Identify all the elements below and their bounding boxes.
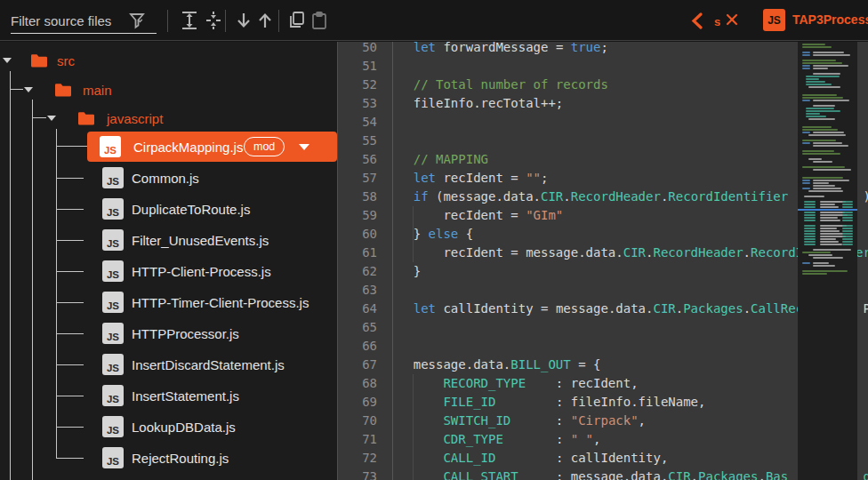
code-line[interactable]: 73 CALL_START : message.data.CIR.Package…	[338, 468, 868, 480]
code-line[interactable]: 63	[338, 281, 868, 300]
code-line[interactable]: 70 SWITCH_ID : "Cirpack",	[338, 412, 868, 430]
arrow-down-icon[interactable]	[234, 11, 253, 30]
code-line[interactable]: 72 CALL_ID : callIdentity,	[338, 449, 868, 468]
minimap-line	[813, 249, 851, 251]
minimap-line	[808, 190, 843, 192]
minimap-line	[842, 225, 853, 227]
minimap-line	[808, 86, 840, 88]
file-actions-caret-icon[interactable]	[299, 144, 309, 150]
code-line[interactable]: 61 recIdent = message.data.CIR.RecordHea…	[338, 244, 868, 262]
code-text: message.data.BILL_OUT = {	[383, 356, 600, 374]
minimap-line	[806, 81, 825, 83]
expand-arrow-icon[interactable]	[24, 87, 33, 92]
code-line[interactable]: 56 // MAPPING	[338, 150, 868, 169]
code-line[interactable]: 59 recIdent = "GIm"	[338, 206, 868, 225]
js-file-icon: JS	[100, 136, 121, 157]
minimap-line	[804, 201, 816, 203]
minimap-line	[806, 108, 834, 109]
code-line[interactable]: 58 if (message.data.CIR.RecordHeader.Rec…	[338, 188, 868, 206]
code-line[interactable]: 51	[338, 57, 868, 76]
minimap-line	[802, 54, 810, 56]
code-line[interactable]: 53 fileInfo.recTotal++;	[338, 94, 868, 113]
line-number: 71	[338, 430, 377, 449]
collapse-all-icon[interactable]	[204, 11, 223, 30]
minimap-line	[804, 228, 816, 229]
tab-label[interactable]: TAP3Processing.js	[792, 12, 868, 27]
minimap-line	[820, 244, 842, 245]
arrow-up-icon[interactable]	[255, 11, 275, 30]
code-line[interactable]: 67 message.data.BILL_OUT = {	[338, 356, 868, 374]
filter-icon[interactable]	[129, 12, 149, 31]
minimap-line	[802, 68, 810, 69]
minimap-line	[806, 84, 832, 85]
line-number: 67	[338, 356, 377, 374]
code-line[interactable]: 71 CDR_TYPE : " ",	[338, 430, 868, 449]
file-label: InsertDiscardStatement.js	[132, 357, 285, 372]
code-line[interactable]: 65	[338, 318, 868, 337]
minimap-line	[802, 132, 810, 133]
folder-label: src	[57, 53, 75, 68]
code-text: fileInfo.recTotal++;	[383, 94, 563, 113]
js-file-icon: JS	[102, 416, 124, 437]
minimap-line	[842, 212, 853, 213]
minimap-line	[802, 252, 831, 253]
tree-guide	[56, 146, 87, 147]
code-line[interactable]: 62 }	[338, 262, 868, 281]
folder-icon	[54, 83, 72, 97]
code-line[interactable]: 50 let forwardMessage = true;	[338, 42, 868, 57]
code-line[interactable]: 66	[338, 337, 868, 356]
minimap-line	[802, 180, 810, 181]
paste-icon[interactable]	[309, 11, 329, 30]
tab-clipped-label[interactable]: s	[714, 15, 720, 28]
minimap-line	[820, 220, 840, 221]
sidebar-toolbar	[0, 0, 338, 41]
minimap[interactable]	[798, 42, 857, 480]
line-number: 66	[338, 337, 377, 356]
code-line[interactable]: 60 } else {	[338, 225, 868, 244]
line-number: 69	[338, 393, 377, 412]
code-line[interactable]: 57 let recIdent = "";	[338, 169, 868, 188]
minimap-line	[842, 244, 853, 245]
minimap-line	[842, 214, 853, 216]
code-line[interactable]: 69 FILE_ID : fileInfo.fileName,	[338, 393, 868, 412]
minimap-line	[813, 54, 850, 56]
file-tree-panel: srcmainjavascriptJSCirpackMapping.jsmodJ…	[0, 42, 338, 480]
minimap-line	[842, 236, 853, 237]
js-file-icon: JS	[102, 229, 124, 251]
minimap-line	[813, 257, 843, 259]
tree-file-selected[interactable]: JSCirpackMapping.jsmod	[87, 132, 337, 162]
code-line[interactable]: 68 RECORD_TYPE : recIdent,	[338, 374, 868, 393]
close-tab-icon[interactable]	[726, 13, 738, 26]
code-editor[interactable]: 50 let forwardMessage = true;5152 // Tot…	[338, 42, 868, 480]
js-file-icon: JS	[102, 354, 124, 375]
minimap-line	[802, 153, 840, 155]
tree-guide	[56, 302, 84, 303]
minimap-line	[802, 100, 810, 101]
expand-arrow-icon[interactable]	[3, 58, 12, 63]
minimap-line	[813, 142, 842, 144]
code-text: let recIdent = "";	[383, 169, 548, 188]
line-number: 62	[338, 262, 377, 281]
minimap-line	[804, 214, 816, 216]
file-label: HTTPProcessor.js	[132, 326, 239, 341]
expand-all-icon[interactable]	[180, 11, 199, 30]
line-number: 52	[338, 76, 377, 94]
code-text: let callIdentity = message.data.CIR.Pack…	[383, 300, 868, 318]
minimap-line	[804, 220, 816, 221]
code-line[interactable]: 54	[338, 113, 868, 132]
minimap-line	[813, 132, 844, 133]
code-text: CALL_ID : callIdentity,	[383, 449, 668, 468]
code-line[interactable]: 64 let callIdentity = message.data.CIR.P…	[338, 300, 868, 318]
minimap-line	[842, 228, 853, 229]
tab-scroll-left-icon[interactable]	[691, 12, 703, 29]
code-line[interactable]: 55	[338, 132, 868, 150]
code-line[interactable]: 52 // Total number of records	[338, 76, 868, 94]
line-number: 60	[338, 225, 377, 244]
file-label: RejectRouting.js	[132, 451, 229, 466]
expand-arrow-icon[interactable]	[47, 116, 56, 121]
js-file-icon: JS	[102, 385, 124, 406]
minimap-line	[806, 113, 820, 115]
copy-icon[interactable]	[287, 11, 307, 30]
minimap-line	[802, 94, 837, 96]
minimap-line	[804, 230, 816, 232]
